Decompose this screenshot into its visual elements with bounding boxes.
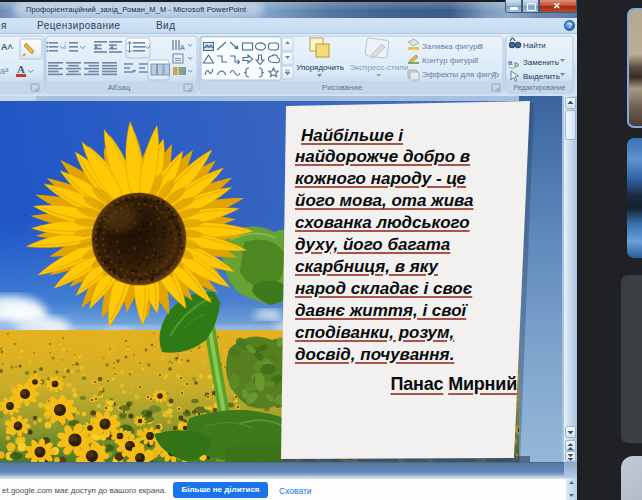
- svg-text:aᵃ: aᵃ: [0, 66, 9, 76]
- svg-text:A: A: [180, 44, 185, 51]
- svg-text:Контур фигуры: Контур фигуры: [422, 56, 478, 65]
- svg-text:a: a: [508, 58, 513, 67]
- svg-text:Редактирование: Редактирование: [514, 84, 566, 92]
- svg-text:A˄: A˄: [1, 42, 13, 52]
- svg-text:Эффекты для фигур: Эффекты для фигур: [422, 70, 499, 79]
- svg-text:Заливка фигуры: Заливка фигуры: [422, 42, 483, 51]
- svg-text:Найти: Найти: [523, 41, 546, 50]
- svg-text:A: A: [17, 63, 25, 75]
- svg-text:Заменить: Заменить: [523, 58, 559, 67]
- svg-text:Выделить: Выделить: [523, 72, 560, 81]
- svg-text:Экспресс-стили: Экспресс-стили: [350, 63, 409, 72]
- svg-text:Рисование: Рисование: [322, 83, 363, 92]
- svg-text:Упорядочить: Упорядочить: [296, 63, 344, 72]
- svg-text:Абзац: Абзац: [108, 83, 131, 92]
